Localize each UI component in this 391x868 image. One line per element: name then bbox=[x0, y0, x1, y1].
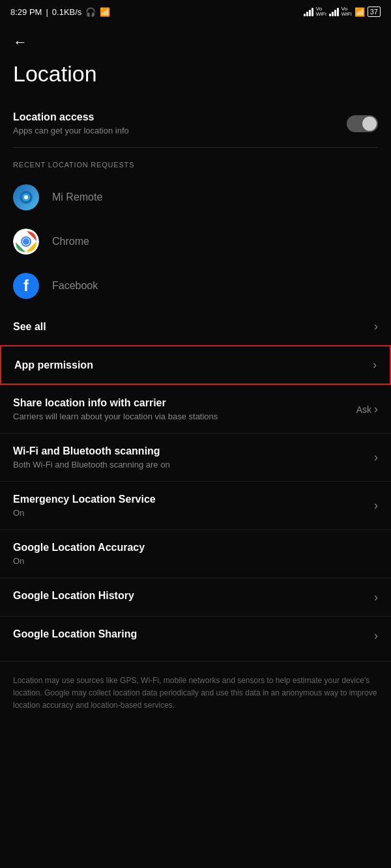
menu-item-history-left: Google Location History bbox=[13, 590, 374, 604]
emergency-location-chevron: › bbox=[374, 499, 378, 512]
google-history-chevron: › bbox=[374, 591, 378, 604]
menu-item-emergency-location[interactable]: Emergency Location Service On › bbox=[0, 481, 391, 529]
menu-item-history-right: › bbox=[374, 591, 378, 604]
wifi-bluetooth-title: Wi-Fi and Bluetooth scanning bbox=[13, 445, 374, 457]
google-accuracy-subtitle: On bbox=[13, 556, 378, 566]
menu-item-sharing-right: › bbox=[374, 629, 378, 643]
see-all-chevron: › bbox=[374, 320, 378, 333]
app-permission-chevron: › bbox=[373, 358, 377, 372]
facebook-icon-bg: f bbox=[13, 273, 39, 299]
emergency-location-title: Emergency Location Service bbox=[13, 494, 374, 505]
app-item-chrome[interactable]: Chrome bbox=[0, 219, 391, 264]
page-title: Location bbox=[0, 56, 391, 100]
back-button[interactable]: ← bbox=[0, 23, 391, 56]
headphone-icon: 🎧 bbox=[85, 7, 96, 17]
menu-item-wifi-left: Wi-Fi and Bluetooth scanning Both Wi-Fi … bbox=[13, 445, 374, 469]
battery-level: 37 bbox=[370, 8, 378, 16]
app-permission-title: App permission bbox=[14, 359, 93, 371]
chrome-icon bbox=[13, 229, 39, 255]
wifi-bluetooth-chevron: › bbox=[374, 451, 378, 464]
menu-item-share-location[interactable]: Share location info with carrier Carrier… bbox=[0, 385, 391, 433]
menu-item-google-accuracy[interactable]: Google Location Accuracy On bbox=[0, 529, 391, 578]
app-name-mi-remote: Mi Remote bbox=[52, 191, 102, 203]
status-right: VoWiFi VoWiFi 📶 37 bbox=[304, 7, 381, 17]
app-name-chrome: Chrome bbox=[52, 236, 89, 247]
footer-text: Location may use sources like GPS, Wi-Fi… bbox=[0, 661, 391, 732]
svg-point-2 bbox=[24, 195, 28, 199]
vo-wifi-1: VoWiFi bbox=[316, 7, 326, 17]
back-arrow-icon: ← bbox=[13, 34, 27, 50]
signal-bars-1 bbox=[304, 7, 313, 16]
location-access-text: Location access Apps can get your locati… bbox=[13, 111, 129, 135]
app-name-facebook: Facebook bbox=[52, 280, 98, 292]
share-location-subtitle: Carriers will learn about your location … bbox=[13, 412, 356, 421]
speed-label: | bbox=[46, 7, 48, 17]
recent-requests-label: RECENT LOCATION REQUESTS bbox=[0, 148, 391, 175]
menu-item-sharing-left: Google Location Sharing bbox=[13, 628, 374, 643]
share-location-value: Ask bbox=[356, 404, 371, 415]
location-access-title: Location access bbox=[13, 111, 129, 123]
app-item-facebook[interactable]: f Facebook bbox=[0, 264, 391, 308]
share-location-chevron: › bbox=[374, 402, 378, 416]
time-label: 8:29 PM bbox=[10, 7, 42, 17]
battery-icon: 37 bbox=[368, 7, 381, 17]
toggle-knob bbox=[362, 117, 377, 131]
status-bar: 8:29 PM | 0.1KB/s 🎧 📶 VoWiFi VoWiFi 📶 37 bbox=[0, 0, 391, 23]
app-item-mi-remote[interactable]: Mi Remote bbox=[0, 175, 391, 219]
svg-point-7 bbox=[23, 238, 29, 245]
menu-item-google-sharing[interactable]: Google Location Sharing › bbox=[0, 616, 391, 654]
facebook-icon: f bbox=[13, 273, 39, 299]
vo-wifi-2: VoWiFi bbox=[341, 7, 352, 17]
menu-item-wifi-bluetooth[interactable]: Wi-Fi and Bluetooth scanning Both Wi-Fi … bbox=[0, 433, 391, 481]
see-all-item[interactable]: See all › bbox=[0, 308, 391, 345]
emergency-location-subtitle: On bbox=[13, 508, 374, 518]
google-sharing-title: Google Location Sharing bbox=[13, 628, 374, 640]
menu-item-wifi-right: › bbox=[374, 451, 378, 464]
location-access-toggle[interactable] bbox=[347, 115, 378, 132]
menu-item-emergency-right: › bbox=[374, 499, 378, 512]
sim-icon: 📶 bbox=[100, 7, 110, 17]
menu-item-google-history[interactable]: Google Location History › bbox=[0, 578, 391, 616]
menu-item-share-location-left: Share location info with carrier Carrier… bbox=[13, 397, 356, 421]
status-left: 8:29 PM | 0.1KB/s 🎧 📶 bbox=[10, 7, 110, 17]
google-sharing-chevron: › bbox=[374, 629, 378, 643]
google-history-title: Google Location History bbox=[13, 590, 374, 602]
wifi-bluetooth-subtitle: Both Wi-Fi and Bluetooth scanning are on bbox=[13, 460, 374, 469]
app-permission-item[interactable]: App permission › bbox=[0, 345, 391, 385]
mi-remote-icon bbox=[13, 184, 39, 210]
menu-item-emergency-left: Emergency Location Service On bbox=[13, 494, 374, 518]
see-all-label: See all bbox=[13, 321, 46, 333]
share-location-title: Share location info with carrier bbox=[13, 397, 356, 409]
menu-item-share-location-right: Ask › bbox=[356, 402, 378, 416]
location-access-subtitle: Apps can get your location info bbox=[13, 126, 129, 135]
wifi-icon: 📶 bbox=[355, 7, 365, 17]
menu-item-accuracy-left: Google Location Accuracy On bbox=[13, 542, 378, 566]
google-accuracy-title: Google Location Accuracy bbox=[13, 542, 378, 553]
location-access-section: Location access Apps can get your locati… bbox=[0, 100, 391, 147]
network-speed: 0.1KB/s bbox=[52, 7, 82, 17]
signal-bars-2 bbox=[329, 7, 339, 16]
